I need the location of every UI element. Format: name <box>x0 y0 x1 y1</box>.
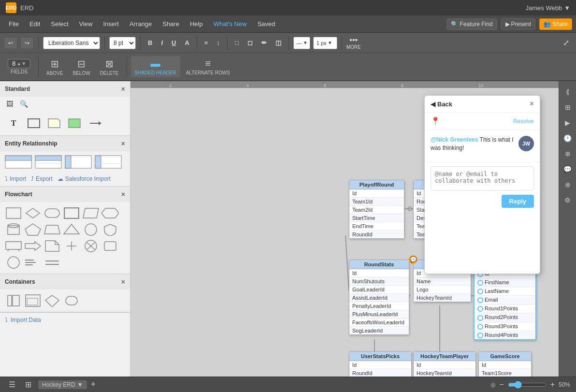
align-button[interactable]: ≡ <box>202 37 211 48</box>
right-layout-icon[interactable]: ⊞ <box>562 101 574 114</box>
font-family-select[interactable]: Liberation Sans <box>43 37 100 49</box>
import-button[interactable]: ⤵ Import <box>5 175 26 182</box>
above-tool[interactable]: ⊞ ABOVE <box>43 56 67 78</box>
user-stats-picks-table[interactable]: UserStatsPicks Id RoundId GoalLeaderId A… <box>349 351 412 377</box>
user-menu[interactable]: James Webb ▼ <box>525 4 570 12</box>
er-section-header[interactable]: Entity Relationship × <box>0 136 130 151</box>
playoff-round-table[interactable]: PlayoffRound Id Team1Id Team2Id StartTim… <box>349 180 404 239</box>
add-diagram-button[interactable]: + <box>91 379 96 390</box>
container-4[interactable] <box>63 293 80 308</box>
resolve-button[interactable]: Resolve <box>513 118 534 125</box>
standard-section-header[interactable]: Standard × <box>0 81 130 97</box>
zoom-in-button[interactable]: + <box>550 380 555 389</box>
menu-help[interactable]: Help <box>185 18 208 29</box>
fc-hexagon[interactable] <box>101 206 119 220</box>
fc-diamond[interactable] <box>24 206 42 220</box>
redo-button[interactable]: ↪ <box>20 37 34 49</box>
fc-trapezoid[interactable] <box>43 222 61 237</box>
containers-section-header[interactable]: Containers × <box>0 274 130 290</box>
er-shape-1[interactable] <box>5 155 32 169</box>
menu-view[interactable]: View <box>74 18 98 29</box>
flowchart-close[interactable]: × <box>121 190 125 198</box>
right-presenter-icon[interactable]: ▶ <box>562 116 573 130</box>
fc-cross[interactable] <box>63 239 80 253</box>
game-score-table[interactable]: GameScore Id Team1Score Team2Score <box>478 351 532 377</box>
shadow-button[interactable]: ◫ <box>273 37 284 48</box>
er-shape-4[interactable] <box>95 155 122 169</box>
line-width-selector[interactable]: 1 px ▾ <box>313 37 337 49</box>
list-view-button[interactable]: ☰ <box>6 377 18 392</box>
delete-tool[interactable]: ⊠ DELETE <box>96 56 123 78</box>
fc-pentagon[interactable] <box>24 222 42 237</box>
fc-note[interactable] <box>43 239 61 253</box>
fc-circle-outline[interactable] <box>5 255 22 270</box>
menu-arrange[interactable]: Arrange <box>125 18 157 29</box>
containers-close[interactable]: × <box>121 278 125 286</box>
right-clock-icon[interactable]: 🕐 <box>561 131 575 145</box>
fc-rect-rounded-sm[interactable] <box>101 239 119 253</box>
fc-triangle[interactable] <box>63 222 80 237</box>
stroke-button[interactable]: ✏ <box>259 37 270 48</box>
shaded-header-tool[interactable]: ▬ SHADED HEADER <box>131 56 180 77</box>
fc-cylinder[interactable] <box>5 222 22 237</box>
hockey-team-player-table[interactable]: HockeyTeamPlayer Id HockeyTeamId FirstNa… <box>413 351 476 377</box>
text-direction-button[interactable]: ↕ <box>214 37 223 48</box>
canvas-content[interactable]: PlayoffRound Id Team1Id Team2Id StartTim… <box>130 88 559 377</box>
note-shape[interactable] <box>45 116 63 131</box>
container-2[interactable] <box>24 293 42 308</box>
grid-view-button[interactable]: ⊞ <box>22 377 34 392</box>
italic-button[interactable]: I <box>158 37 166 48</box>
right-tools-icon[interactable]: ⚙ <box>562 193 574 207</box>
er-close[interactable]: × <box>121 140 125 147</box>
underline-button[interactable]: U <box>169 37 179 48</box>
menu-share[interactable]: Share <box>158 18 184 29</box>
back-button[interactable]: ◀ Back <box>431 101 452 108</box>
image-button[interactable]: 🖼 <box>5 99 14 109</box>
container-3[interactable] <box>43 293 61 308</box>
font-size-select[interactable]: 8 pt <box>109 37 136 49</box>
right-shapes-icon[interactable]: ⊗ <box>562 178 574 191</box>
alternate-rows-tool[interactable]: ≡ ALTERNATE ROWS <box>182 56 234 77</box>
fields-tool[interactable]: 8 ▲▼ FIELDS <box>4 57 34 76</box>
reply-button[interactable]: Reply <box>502 195 534 208</box>
fc-parallelogram[interactable] <box>82 206 100 220</box>
right-expand-icon[interactable]: ⟪ <box>563 85 573 99</box>
menu-whats-new[interactable]: What's New <box>209 18 252 29</box>
share-button[interactable]: 👥 Share <box>539 18 572 30</box>
zoom-out-button[interactable]: − <box>499 380 504 389</box>
fc-shield[interactable] <box>101 222 119 237</box>
salesforce-import-button[interactable]: ☁ Salesforce Import <box>58 175 111 182</box>
right-comment-icon[interactable]: 💬 <box>561 162 575 176</box>
er-shape-3[interactable] <box>65 155 92 169</box>
fc-rect[interactable] <box>5 206 22 220</box>
font-color-button[interactable]: A <box>182 37 192 48</box>
fc-equal[interactable] <box>43 255 61 270</box>
standard-close[interactable]: × <box>121 85 125 93</box>
present-button[interactable]: ▶ Present <box>501 18 535 30</box>
comment-close-button[interactable]: × <box>530 100 534 108</box>
expand-button[interactable]: ⤢ <box>560 36 572 49</box>
search-button[interactable]: 🔍 <box>18 99 29 109</box>
container-1[interactable] <box>5 293 22 308</box>
more-button[interactable]: ••• MORE <box>346 36 361 50</box>
round-stats-table[interactable]: RoundStats Id NumShutouts GoalLeaderId A… <box>349 260 409 335</box>
fc-x-circle[interactable] <box>82 239 100 253</box>
fc-banner[interactable] <box>5 239 22 253</box>
er-shape-2[interactable] <box>35 155 62 169</box>
fc-thick-rect[interactable] <box>63 206 80 220</box>
text-shape[interactable]: T <box>5 116 22 131</box>
undo-button[interactable]: ↩ <box>4 37 17 49</box>
color-rect-shape[interactable] <box>66 116 83 131</box>
rect-shape[interactable] <box>25 116 43 131</box>
canvas-area[interactable]: 2 4 6 8 10 <box>130 81 559 377</box>
fc-circle[interactable] <box>82 222 100 237</box>
menu-insert[interactable]: Insert <box>98 18 124 29</box>
fc-rounded[interactable] <box>43 206 61 220</box>
line-style-selector[interactable]: — ▾ <box>293 37 310 49</box>
menu-edit[interactable]: Edit <box>25 18 45 29</box>
export-button[interactable]: ⤴ Export <box>31 175 53 182</box>
feature-find-button[interactable]: 🔍 Feature Find <box>446 18 497 30</box>
target-icon[interactable]: ◎ <box>490 381 495 388</box>
right-layers-icon[interactable]: ⊕ <box>562 147 574 160</box>
fill-button[interactable]: □ <box>232 37 242 48</box>
